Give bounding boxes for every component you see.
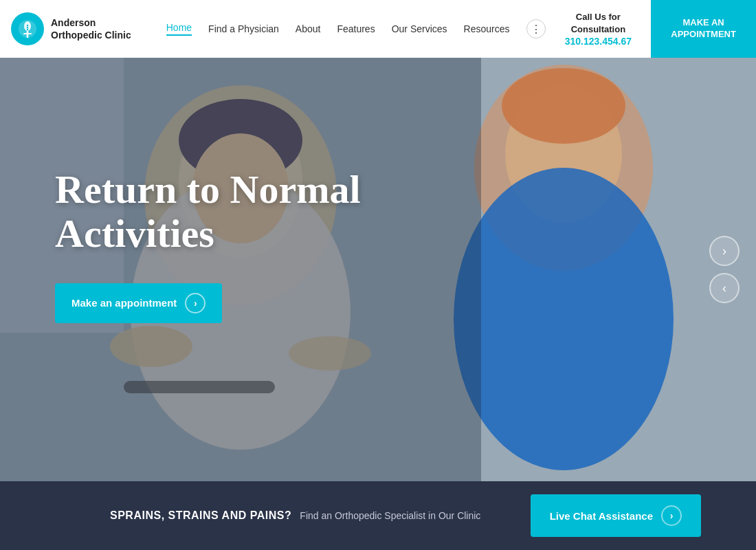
hero-cta-button[interactable]: Make an appointment › <box>55 283 222 323</box>
svg-point-4 <box>27 25 28 26</box>
live-chat-label: Live Chat Assistance <box>550 510 653 522</box>
svg-point-6 <box>27 29 28 30</box>
slider-prev-button[interactable]: ‹ <box>709 273 740 303</box>
hero-cta-label: Make an appointment <box>71 297 177 309</box>
bottom-bar-text-light: Find an Orthopedic Specialist in Our Cli… <box>300 510 480 521</box>
bottom-bar-text: SPRAINS, STRAINS AND PAINS? Find an Orth… <box>110 509 480 522</box>
live-chat-arrow-icon: › <box>661 505 682 526</box>
hero-section: Return to Normal Activities Make an appo… <box>0 58 756 481</box>
nav-features[interactable]: Features <box>337 23 375 34</box>
logo-icon <box>11 12 44 45</box>
bottom-bar-text-bold: SPRAINS, STRAINS AND PAINS? <box>110 509 291 521</box>
bottom-bar: SPRAINS, STRAINS AND PAINS? Find an Orth… <box>0 481 756 550</box>
nav-find-physician[interactable]: Find a Physician <box>208 23 279 34</box>
nav-home[interactable]: Home <box>166 22 192 36</box>
call-label: Call Us for Consultation <box>562 11 635 36</box>
slider-controls: › ‹ <box>709 236 740 303</box>
svg-point-5 <box>27 27 28 28</box>
hero-title: Return to Normal Activities <box>55 168 440 256</box>
nav-more-button[interactable]: ⋮ <box>526 19 546 38</box>
live-chat-button[interactable]: Live Chat Assistance › <box>531 494 701 537</box>
call-area: Call Us for Consultation 310.123.454.67 <box>546 11 652 47</box>
logo-text: Anderson Orthopedic Clinic <box>51 16 142 41</box>
nav-resources[interactable]: Resources <box>464 23 510 34</box>
appointment-button[interactable]: MAKE AN APPOINTMENT <box>651 0 756 58</box>
slider-next-button[interactable]: › <box>709 236 740 266</box>
header: Anderson Orthopedic Clinic Home Find a P… <box>0 0 756 58</box>
call-number[interactable]: 310.123.454.67 <box>562 36 635 47</box>
svg-point-19 <box>502 68 625 144</box>
hero-cta-arrow-icon: › <box>185 293 205 314</box>
logo-area: Anderson Orthopedic Clinic <box>0 12 153 45</box>
main-nav: Home Find a Physician About Features Our… <box>153 19 546 38</box>
nav-services[interactable]: Our Services <box>392 23 447 34</box>
header-right: Call Us for Consultation 310.123.454.67 … <box>546 0 757 58</box>
svg-point-20 <box>454 168 674 470</box>
hero-content: Return to Normal Activities Make an appo… <box>55 168 440 323</box>
nav-about[interactable]: About <box>296 23 321 34</box>
